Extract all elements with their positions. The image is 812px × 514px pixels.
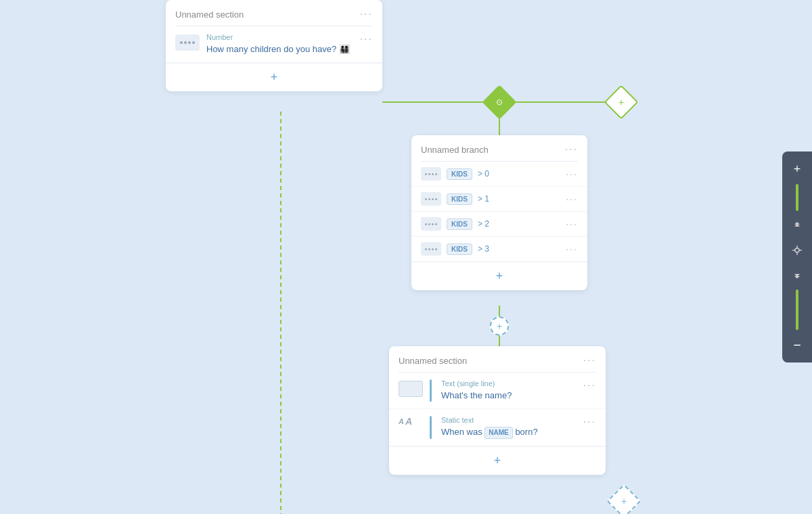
branch-card: Unnamed branch ··· KIDS > 0 ··· (411, 135, 587, 290)
question-text-static: When was NAME born? (441, 426, 577, 439)
bottom-section-title: Unnamed section (399, 356, 467, 366)
scroll-up-button[interactable] (782, 214, 812, 238)
right-diamond-container: + (609, 90, 633, 114)
static-text-before: When was (441, 427, 484, 437)
question-row-static: A A Static text When was NAME born? ··· (389, 409, 606, 446)
branch-condition-2: > 2 (478, 219, 560, 229)
bottom-right-diamond-plus: + (621, 496, 627, 507)
top-section-add-button[interactable]: + (166, 63, 382, 91)
kids-badge-2: KIDS (447, 218, 472, 230)
question-content-number: Number How many children do you have? 👨‍… (206, 33, 353, 55)
chevron-up-double-icon (792, 220, 803, 231)
canvas: Unnamed section ··· Number How many chil… (0, 0, 812, 514)
question-text-number: How many children do you have? 👨‍👩‍👧‍👦 (206, 43, 353, 55)
center-button[interactable] (782, 238, 812, 262)
branch-card-header: Unnamed branch ··· (411, 135, 587, 161)
kids-badge-1: KIDS (447, 193, 472, 205)
branch-icon-2 (421, 217, 441, 231)
zoom-bar-upper (796, 184, 798, 211)
question-more-static[interactable]: ··· (583, 416, 596, 428)
kids-badge-0: KIDS (447, 168, 472, 180)
static-accent-bar (430, 416, 432, 439)
branch-more-3[interactable]: ··· (566, 243, 578, 254)
right-diamond-outline[interactable]: + (604, 85, 639, 120)
top-section-header: Unnamed section ··· (166, 0, 382, 26)
bottom-section-menu[interactable]: ··· (583, 354, 596, 367)
question-text-text: What's the name? (441, 390, 577, 402)
bottom-right-diamond[interactable]: + (607, 484, 641, 514)
branch-card-title: Unnamed branch (421, 145, 489, 155)
bottom-section-add-button[interactable]: + (389, 446, 606, 475)
toolbar-right: + − (782, 151, 812, 363)
kids-badge-3: KIDS (447, 243, 472, 255)
branch-more-2[interactable]: ··· (566, 218, 578, 229)
zoom-out-button[interactable]: − (782, 333, 812, 357)
branch-row-3[interactable]: KIDS > 3 ··· (411, 237, 587, 262)
static-text-after: born? (513, 427, 538, 437)
center-diamond-container: ⊙ (487, 90, 512, 114)
scroll-down-button[interactable] (782, 262, 812, 287)
question-more-number[interactable]: ··· (360, 33, 373, 45)
question-row-number: Number How many children do you have? 👨‍… (166, 26, 382, 63)
name-badge: NAME (484, 427, 512, 439)
branch-icon-3 (421, 242, 441, 256)
static-text-icon: A A (399, 416, 423, 427)
branch-more-1[interactable]: ··· (566, 193, 578, 204)
question-more-text[interactable]: ··· (583, 379, 596, 392)
bottom-right-diamond-container: + (612, 489, 636, 513)
diamond-icon-symbol: ⊙ (496, 97, 503, 107)
chevron-down-double-icon (792, 269, 803, 280)
svg-point-6 (795, 248, 799, 252)
text-accent-bar (430, 379, 432, 402)
branch-row-1[interactable]: KIDS > 1 ··· (411, 187, 587, 212)
question-type-number: Number (206, 33, 353, 41)
branch-condition-3: > 3 (478, 244, 560, 254)
question-content-text: Text (single line) What's the name? (441, 379, 577, 402)
branch-condition-1: > 1 (478, 194, 560, 204)
center-diamond-filled[interactable]: ⊙ (482, 85, 517, 120)
branch-card-menu[interactable]: ··· (565, 143, 578, 156)
icon-dots (180, 41, 195, 44)
branch-more-0[interactable]: ··· (566, 168, 578, 179)
bottom-section-header: Unnamed section ··· (389, 346, 606, 372)
branch-condition-0: > 0 (478, 169, 560, 179)
add-node-circle[interactable]: + (490, 317, 509, 335)
branch-icon-1 (421, 192, 441, 206)
question-type-static: Static text (441, 416, 577, 424)
right-diamond-plus: + (618, 97, 624, 108)
bottom-section-card: Unnamed section ··· Text (single line) W… (389, 346, 606, 475)
branch-icon-0 (421, 167, 441, 181)
branch-row-2[interactable]: KIDS > 2 ··· (411, 212, 587, 237)
zoom-bar-lower (796, 289, 798, 330)
top-section-card: Unnamed section ··· Number How many chil… (166, 0, 382, 91)
number-question-icon (175, 34, 200, 51)
branch-row-0[interactable]: KIDS > 0 ··· (411, 162, 587, 187)
text-input-icon (399, 381, 423, 397)
question-row-text: Text (single line) What's the name? ··· (389, 373, 606, 409)
branch-add-button[interactable]: + (411, 262, 587, 290)
top-section-title: Unnamed section (175, 9, 244, 20)
question-content-static: Static text When was NAME born? (441, 416, 577, 439)
question-type-text: Text (single line) (441, 379, 577, 388)
center-icon (792, 245, 803, 256)
top-section-menu[interactable]: ··· (360, 8, 373, 20)
zoom-in-button[interactable]: + (782, 157, 812, 181)
add-node-plus-icon: + (497, 321, 502, 331)
